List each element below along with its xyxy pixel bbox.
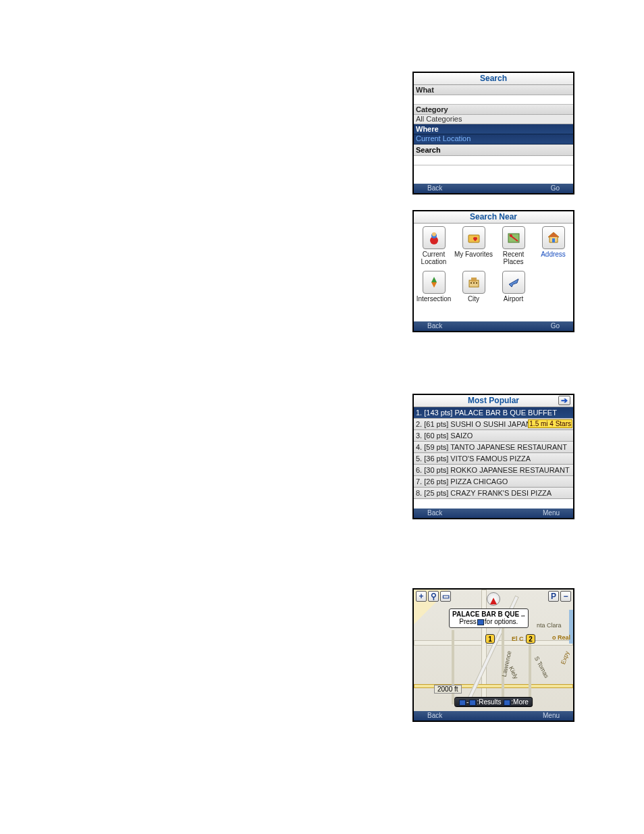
callout-title: PALACE BAR B QUE .. [452, 610, 525, 618]
most-popular-screen: Most Popular ➔ 1. [143 pts] PALACE BAR B… [412, 394, 574, 519]
poi-callout[interactable]: PALACE BAR B QUE .. Pressfor options. [449, 608, 529, 628]
svg-rect-14 [473, 282, 475, 284]
svg-marker-7 [548, 232, 559, 237]
option-label: My Favorites [454, 251, 493, 258]
search-button[interactable]: Search [414, 145, 573, 156]
result-item[interactable]: 1. [143 pts] PALACE BAR B QUE BUFFET [414, 407, 573, 419]
result-text: 2. [61 pts] SUSHI O SUSHI JAPAN [416, 420, 531, 428]
result-item[interactable]: 8. [25 pts] CRAZY FRANK'S DESI PIZZA [414, 488, 573, 499]
option-recent-places[interactable]: Recent Places [493, 224, 533, 268]
softkey-menu[interactable]: Menu [543, 509, 560, 517]
road [481, 590, 487, 707]
result-item[interactable]: 2. [61 pts] SUSHI O SUSHI JAPAN 1.5 mi 4… [414, 419, 573, 430]
key-icon [504, 700, 510, 706]
parking-badge[interactable]: P [548, 591, 559, 602]
category-label: Category [414, 105, 573, 115]
option-label: Airport [493, 295, 533, 303]
result-item[interactable]: 6. [30 pts] ROKKO JAPANESE RESTAURANT [414, 465, 573, 476]
callout-hint: Pressfor options. [452, 618, 525, 625]
key-icon [459, 700, 466, 706]
what-label: What [414, 85, 573, 95]
distance-rating-badge: 1.5 mi 4 Stars [528, 419, 572, 428]
option-address[interactable]: Address [533, 224, 573, 268]
folder-heart-icon [462, 226, 485, 249]
svg-rect-8 [552, 238, 555, 242]
search-screen: Search What Category All Categories Wher… [412, 72, 574, 194]
airplane-icon [502, 271, 525, 294]
result-item[interactable]: 5. [36 pts] VITO'S FAMOUS PIZZA [414, 453, 573, 465]
header-title: Most Popular ➔ [414, 395, 573, 407]
callout-pre: Press [459, 618, 477, 625]
svg-point-5 [510, 234, 512, 237]
option-label: Intersection [414, 295, 454, 303]
svg-rect-15 [476, 282, 477, 284]
intersection-icon [423, 271, 446, 294]
option-label: Current Location [414, 251, 454, 265]
hint-more: :More [511, 698, 529, 706]
road-label: Expy [560, 650, 570, 665]
road-label: S Tomas [533, 655, 550, 679]
softkey-back[interactable]: Back [427, 322, 442, 330]
softkey-menu[interactable]: Menu [543, 712, 560, 719]
option-grid: Current Location My Favorites Recent Pla… [414, 224, 573, 305]
road [529, 637, 531, 704]
road-label: o Real [552, 634, 570, 641]
where-value[interactable]: Current Location [414, 134, 573, 145]
zoom-in-button[interactable]: + [416, 591, 427, 602]
house-icon [542, 226, 565, 249]
result-item[interactable]: 4. [59 pts] TANTO JAPANESE RESTAURANT [414, 442, 573, 453]
softkey-back[interactable]: Back [427, 509, 442, 517]
header-title: Search Near [414, 211, 573, 224]
svg-rect-13 [471, 282, 472, 284]
svg-point-2 [432, 232, 436, 236]
softkey-back[interactable]: Back [427, 184, 442, 192]
what-input[interactable] [414, 95, 573, 105]
svg-rect-12 [471, 278, 477, 282]
softkey-bar: Back Go [414, 321, 573, 331]
search-near-screen: Search Near Current Location My Favorite… [412, 210, 574, 332]
option-intersection[interactable]: Intersection [414, 268, 454, 305]
result-item[interactable]: 7. [26 pts] PIZZA CHICAGO [414, 476, 573, 488]
key-icon [469, 700, 476, 706]
option-city[interactable]: City [454, 268, 493, 305]
option-label: Recent Places [493, 251, 533, 265]
road-label: nta Clara [537, 622, 562, 629]
softkey-bar: Back Menu [414, 509, 573, 518]
header-text: Most Popular [468, 396, 519, 405]
compass-icon [487, 592, 500, 606]
option-airport[interactable]: Airport [493, 268, 533, 305]
option-label: Address [533, 251, 573, 258]
scale-bar: 2000 ft [434, 685, 462, 694]
softkey-go[interactable]: Go [551, 184, 560, 192]
city-icon [462, 271, 485, 294]
map-screen: nta Clara El C o Real Lawrence Kiely S T… [412, 588, 574, 722]
result-item[interactable]: 3. [60 pts] SAIZO [414, 430, 573, 442]
map-pin[interactable]: 2 [526, 634, 535, 644]
where-label: Where [414, 124, 573, 134]
road-label: Kiely [508, 665, 520, 680]
option-current-location[interactable]: Current Location [414, 224, 454, 268]
category-value[interactable]: All Categories [414, 115, 573, 124]
softkey-go[interactable]: Go [551, 322, 560, 330]
callout-post: for options. [485, 618, 518, 625]
blank-row [414, 156, 573, 165]
zoom-out-button[interactable]: − [560, 591, 571, 602]
option-label: City [454, 295, 493, 303]
svg-marker-9 [431, 277, 437, 282]
key-icon [477, 619, 484, 625]
next-arrow-icon[interactable]: ➔ [558, 396, 570, 405]
map-tool-button[interactable]: ⚲ [428, 591, 439, 602]
softkey-back[interactable]: Back [427, 712, 442, 719]
header-title: Search [414, 73, 573, 85]
map-tool-button[interactable]: ▭ [440, 591, 451, 602]
hint-results: :Results [477, 698, 501, 706]
softkey-bar: Back Menu [414, 711, 573, 721]
map-recent-icon [502, 226, 525, 249]
svg-marker-10 [431, 282, 437, 288]
map-pin[interactable]: 1 [485, 634, 495, 644]
person-pin-icon [423, 226, 446, 249]
road-label: El C [512, 635, 524, 642]
softkey-bar: Back Go [414, 184, 573, 193]
map-legend-hint: -:Results :More [454, 697, 533, 707]
option-my-favorites[interactable]: My Favorites [454, 224, 493, 268]
